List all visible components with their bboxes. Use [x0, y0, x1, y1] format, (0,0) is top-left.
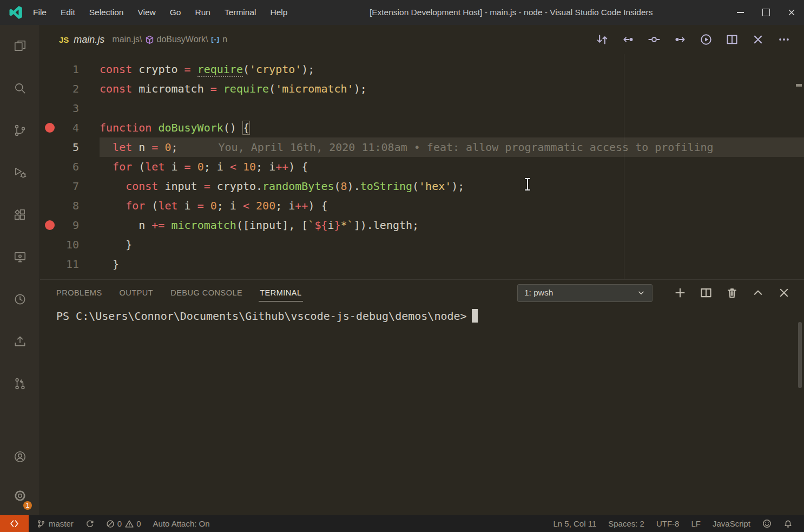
feedback-button[interactable] — [756, 515, 777, 532]
tab-terminal[interactable]: TERMINAL — [259, 285, 302, 301]
auto-attach-indicator[interactable]: Auto Attach: On — [147, 515, 216, 532]
encoding-indicator[interactable]: UTF-8 — [650, 515, 686, 532]
new-terminal-button[interactable] — [673, 286, 687, 300]
tab-output[interactable]: OUTPUT — [118, 285, 155, 301]
terminal-picker-dropdown[interactable]: 1: pwsh — [517, 284, 653, 302]
menu-help[interactable]: Help — [263, 0, 295, 25]
menu-file[interactable]: File — [26, 0, 54, 25]
code-text[interactable] — [100, 98, 804, 118]
code-text[interactable]: const micromatch = require('micromatch')… — [100, 79, 804, 98]
gutter[interactable]: 9 — [40, 215, 100, 235]
code-line[interactable]: 9 n += micromatch([input], [`${i}*`]).le… — [40, 215, 804, 235]
code-text[interactable]: for (let i = 0; i < 200; i++) { — [100, 196, 804, 215]
editor-tab-main-js[interactable]: main.js — [74, 34, 104, 45]
sidebar-item-extensions[interactable] — [0, 194, 39, 236]
cursor-position-indicator[interactable]: Ln 5, Col 11 — [547, 515, 602, 532]
split-editor-icon[interactable] — [725, 32, 739, 47]
gutter[interactable]: 11 — [40, 254, 100, 274]
javascript-file-icon: JS — [59, 35, 69, 44]
split-terminal-button[interactable] — [699, 286, 713, 300]
breadcrumb-member[interactable]: n — [222, 35, 227, 44]
code-line[interactable]: 10 } — [40, 235, 804, 254]
terminal-prompt: PS C:\Users\Connor\Documents\Github\vsco… — [56, 310, 467, 323]
kill-terminal-button[interactable] — [725, 286, 739, 300]
sidebar-item-clock[interactable] — [0, 278, 39, 320]
breakpoint[interactable] — [45, 123, 55, 133]
code-line[interactable]: 7 const input = crypto.randomBytes(8).to… — [40, 176, 804, 196]
code-text[interactable]: const crypto = require('crypto'); — [100, 60, 804, 79]
code-text[interactable]: for (let i = 0; i < 10; i++) { — [100, 157, 804, 176]
gutter[interactable]: 8 — [40, 196, 100, 215]
dash-circle-icon[interactable] — [647, 32, 661, 47]
menu-terminal[interactable]: Terminal — [218, 0, 263, 25]
gutter[interactable]: 10 — [40, 235, 100, 254]
more-actions-icon[interactable] — [777, 32, 791, 47]
code-text[interactable]: function doBusyWork() { — [100, 118, 804, 137]
tab-problems[interactable]: PROBLEMS — [55, 285, 103, 301]
breadcrumb-symbol[interactable]: doBusyWork\ — [157, 35, 208, 44]
code-line[interactable]: 3 — [40, 98, 804, 118]
sidebar-item-settings[interactable]: 1 — [0, 476, 39, 515]
code-line[interactable]: 6 for (let i = 0; i < 10; i++) { — [40, 157, 804, 176]
menu-go[interactable]: Go — [163, 0, 188, 25]
play-circle-icon[interactable] — [699, 32, 713, 47]
breadcrumb-file[interactable]: main.js\ — [112, 35, 142, 44]
code-editor[interactable]: 1const crypto = require('crypto');2const… — [40, 54, 804, 279]
close-editor-icon[interactable] — [751, 32, 765, 47]
gutter[interactable]: 3 — [40, 98, 100, 118]
gutter[interactable]: 1 — [40, 60, 100, 79]
code-line[interactable]: 5 let n = 0;You, April 16th, 2020 11:08a… — [40, 137, 804, 157]
sidebar-item-remote-monitor[interactable] — [0, 236, 39, 278]
close-panel-button[interactable] — [777, 286, 791, 300]
code-text[interactable]: } — [100, 254, 804, 274]
code-line[interactable]: 4function doBusyWork() { — [40, 118, 804, 137]
code-line[interactable]: 1const crypto = require('crypto'); — [40, 60, 804, 79]
sidebar-item-run-debug[interactable] — [0, 152, 39, 194]
sidebar-item-account[interactable] — [0, 437, 39, 476]
menu-run[interactable]: Run — [188, 0, 217, 25]
gutter[interactable]: 2 — [40, 79, 100, 98]
sidebar-item-share[interactable] — [0, 320, 39, 363]
gutter[interactable]: 7 — [40, 176, 100, 196]
terminal[interactable]: PS C:\Users\Connor\Documents\Github\vsco… — [40, 306, 804, 323]
line-number: 6 — [73, 157, 79, 176]
code-line[interactable]: 11 } — [40, 254, 804, 274]
gutter[interactable]: 6 — [40, 157, 100, 176]
menu-selection[interactable]: Selection — [82, 0, 131, 25]
remote-indicator[interactable] — [0, 515, 29, 532]
sync-icon — [85, 520, 94, 528]
terminal-scrollbar[interactable] — [798, 322, 802, 388]
indentation-indicator[interactable]: Spaces: 2 — [602, 515, 650, 532]
code-text[interactable]: n += micromatch([input], [`${i}*`]).leng… — [100, 215, 804, 235]
branch-indicator[interactable]: master — [31, 515, 80, 532]
code-text[interactable]: let n = 0;You, April 16th, 2020 11:08am … — [100, 137, 804, 157]
sidebar-item-pull-request[interactable] — [0, 363, 39, 405]
problems-indicator[interactable]: 0 0 — [100, 515, 147, 532]
sync-indicator[interactable] — [80, 515, 100, 532]
code-line[interactable]: 2const micromatch = require('micromatch'… — [40, 79, 804, 98]
error-count: 0 — [117, 519, 122, 528]
code-text[interactable]: } — [100, 235, 804, 254]
breakpoint[interactable] — [45, 220, 55, 230]
gutter[interactable]: 5 — [40, 137, 100, 157]
gutter[interactable]: 4 — [40, 118, 100, 137]
language-indicator[interactable]: JavaScript — [707, 515, 756, 532]
maximize-panel-button[interactable] — [751, 286, 765, 300]
sidebar-item-search[interactable] — [0, 67, 39, 109]
step-back-icon[interactable] — [621, 32, 635, 47]
menu-edit[interactable]: Edit — [54, 0, 82, 25]
close-window-button[interactable] — [779, 0, 804, 25]
menu-view[interactable]: View — [130, 0, 162, 25]
compare-changes-icon[interactable] — [595, 32, 609, 47]
tab-debug-console[interactable]: DEBUG CONSOLE — [169, 285, 243, 301]
sidebar-item-source-control[interactable] — [0, 109, 39, 152]
code-line[interactable]: 8 for (let i = 0; i < 200; i++) { — [40, 196, 804, 215]
window-controls — [728, 0, 804, 25]
step-forward-icon[interactable] — [673, 32, 687, 47]
sidebar-item-explorer[interactable] — [0, 25, 39, 67]
eol-indicator[interactable]: LF — [685, 515, 707, 532]
notifications-button[interactable] — [777, 515, 799, 532]
code-text[interactable]: const input = crypto.randomBytes(8).toSt… — [100, 176, 804, 196]
minimize-button[interactable] — [728, 0, 753, 25]
maximize-button[interactable] — [753, 0, 779, 25]
